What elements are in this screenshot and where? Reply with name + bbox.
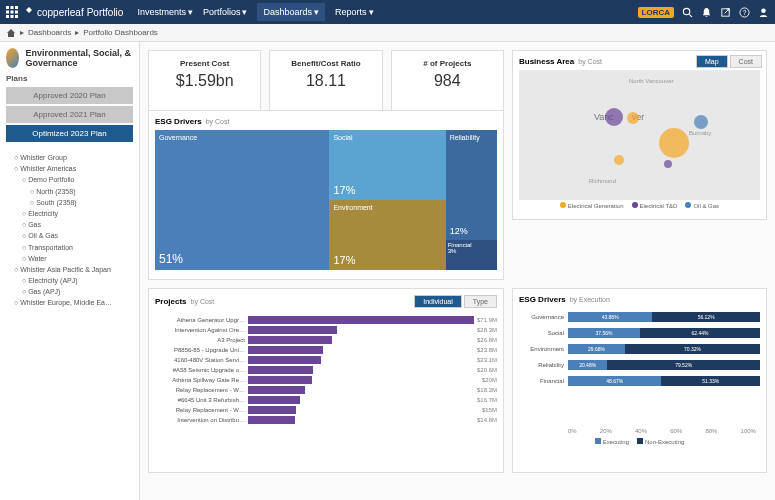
- plan-button[interactable]: Optimized 2023 Plan: [6, 125, 133, 142]
- bell-icon[interactable]: [701, 7, 712, 18]
- bar-row[interactable]: A3 Project$26.8M: [155, 336, 497, 344]
- tree-item[interactable]: ○ South (2358): [6, 197, 133, 208]
- nav-portfolios[interactable]: Portfolios ▾: [203, 3, 248, 21]
- tree-item[interactable]: ○ Whistler Europe, Middle Ea…: [6, 297, 133, 308]
- plan-list: Approved 2020 PlanApproved 2021 PlanOpti…: [6, 87, 133, 144]
- search-icon[interactable]: [682, 7, 693, 18]
- tree-item[interactable]: ○ Gas (APJ): [6, 286, 133, 297]
- map-button[interactable]: Map: [696, 55, 728, 68]
- projects-panel: Projects by Cost Individual Type Athena …: [148, 288, 504, 473]
- stacked-bar-row[interactable]: Reliability20.48%79.52%: [519, 360, 760, 370]
- cost-button[interactable]: Cost: [730, 55, 762, 68]
- dashboard-title: Environmental, Social, & Governance: [25, 48, 133, 68]
- stacked-bar-row[interactable]: Financial48.67%51.33%: [519, 376, 760, 386]
- external-link-icon[interactable]: [720, 7, 731, 18]
- breadcrumb-item[interactable]: Dashboards: [28, 28, 71, 37]
- svg-rect-0: [6, 6, 9, 9]
- type-button[interactable]: Type: [464, 295, 497, 308]
- kpi-value: 18.11: [278, 72, 373, 90]
- treemap-cell-financial[interactable]: Financial3%: [446, 240, 497, 270]
- panel-subtitle: by Cost: [578, 58, 602, 65]
- tree-item[interactable]: ○ Demo Portfolio: [6, 174, 133, 185]
- tree-item[interactable]: ○ Whistler Asia Pacific & Japan: [6, 264, 133, 275]
- tree-item[interactable]: ○ Water: [6, 253, 133, 264]
- svg-rect-4: [11, 11, 14, 14]
- stacked-bar-row[interactable]: Social37.56%62.44%: [519, 328, 760, 338]
- bar-row[interactable]: 4160-480V Station Servi…$23.1M: [155, 356, 497, 364]
- tree-item[interactable]: ○ Oil & Gas: [6, 230, 133, 241]
- map-legend: Electrical GenerationElectrical T&DOil &…: [519, 202, 760, 209]
- nav-reports[interactable]: Reports ▾: [335, 3, 374, 21]
- treemap-cell-social[interactable]: Social17%: [329, 130, 445, 200]
- treemap-cell-environment[interactable]: Environment17%: [329, 200, 445, 270]
- stacked-bar-row[interactable]: Governance43.88%56.12%: [519, 312, 760, 322]
- tree-item[interactable]: ○ Gas: [6, 219, 133, 230]
- portfolio-tree: ○ Whistler Group○ Whistler Americas○ Dem…: [6, 152, 133, 309]
- product-text: Portfolio: [87, 7, 124, 18]
- breadcrumb-sep: ▸: [75, 28, 79, 37]
- tree-item[interactable]: ○ North (2358): [6, 186, 133, 197]
- bar-row[interactable]: Athena Spillway Gate Re…$20M: [155, 376, 497, 384]
- map-canvas[interactable]: North Vancouver Vancver Burnaby Richmond: [519, 70, 760, 200]
- panel-title: ESG Drivers: [519, 295, 566, 304]
- kpi-label: Present Cost: [157, 59, 252, 68]
- execution-stacked-chart[interactable]: Governance43.88%56.12%Social37.56%62.44%…: [519, 308, 760, 428]
- map-bubble[interactable]: [694, 115, 708, 129]
- bar-row[interactable]: Intervention on Distribu…$14.8M: [155, 416, 497, 424]
- brand-logo[interactable]: copperleaf Portfolio: [24, 7, 123, 18]
- kpi-label: Benefit/Cost Ratio: [278, 59, 373, 68]
- tree-item[interactable]: ○ Whistler Group: [6, 152, 133, 163]
- map-bubble[interactable]: [627, 112, 639, 124]
- tree-item[interactable]: ○ Electricity: [6, 208, 133, 219]
- breadcrumb-item[interactable]: Portfolio Dashboards: [83, 28, 158, 37]
- bar-row[interactable]: #A58 Seismic Upgrade o…$20.6M: [155, 366, 497, 374]
- esg-drivers-cost-panel: ESG Drivers by Cost Governance51% Social…: [148, 110, 504, 280]
- breadcrumb-sep: ▸: [20, 28, 24, 37]
- map-bubble[interactable]: [605, 108, 623, 126]
- svg-rect-6: [6, 15, 9, 18]
- panel-title: Projects: [155, 297, 187, 306]
- chevron-down-icon: ▾: [369, 7, 374, 17]
- treemap-cell-reliability[interactable]: Reliability12%: [446, 130, 497, 240]
- apps-grid-icon[interactable]: [6, 6, 18, 18]
- panel-subtitle: by Cost: [206, 118, 230, 125]
- tree-item[interactable]: ○ Electricity (APJ): [6, 275, 133, 286]
- treemap-cell-governance[interactable]: Governance51%: [155, 130, 329, 270]
- plan-button[interactable]: Approved 2021 Plan: [6, 106, 133, 123]
- tree-item[interactable]: ○ Transportation: [6, 242, 133, 253]
- bar-row[interactable]: Intervention Against Ore…$28.3M: [155, 326, 497, 334]
- svg-rect-1: [11, 6, 14, 9]
- bar-row[interactable]: P8856-85 - Upgrade Uni…$23.8M: [155, 346, 497, 354]
- x-axis: 0%20%40%60%80%100%: [519, 428, 760, 434]
- svg-rect-8: [15, 15, 18, 18]
- home-icon[interactable]: [6, 28, 16, 38]
- esg-drivers-execution-panel: ESG Drivers by Execution Governance43.88…: [512, 288, 767, 473]
- svg-rect-2: [15, 6, 18, 9]
- svg-rect-7: [11, 15, 14, 18]
- nav-dashboards[interactable]: Dashboards ▾: [257, 3, 325, 21]
- treemap-chart[interactable]: Governance51% Social17% Environment17% R…: [155, 130, 497, 270]
- breadcrumb: ▸ Dashboards ▸ Portfolio Dashboards: [0, 24, 775, 42]
- map-bubble[interactable]: [614, 155, 624, 165]
- bar-row[interactable]: Relay Replacement - W…$18.2M: [155, 386, 497, 394]
- bar-row[interactable]: Relay Replacement - W…$15M: [155, 406, 497, 414]
- chevron-down-icon: ▾: [188, 7, 193, 17]
- user-icon[interactable]: [758, 7, 769, 18]
- panel-subtitle: by Execution: [570, 296, 610, 303]
- panel-subtitle: by Cost: [191, 298, 215, 305]
- bar-row[interactable]: Athena Generator Upgr…$71.9M: [155, 316, 497, 324]
- sidebar: Environmental, Social, & Governance Plan…: [0, 42, 140, 500]
- map-bubble[interactable]: [664, 160, 672, 168]
- stacked-bar-row[interactable]: Environment29.68%70.32%: [519, 344, 760, 354]
- business-area-panel: Business Area by Cost Map Cost North Van…: [512, 50, 767, 220]
- panel-title: Business Area: [519, 57, 574, 66]
- individual-button[interactable]: Individual: [414, 295, 462, 308]
- projects-bar-chart[interactable]: Athena Generator Upgr…$71.9MIntervention…: [155, 312, 497, 462]
- nav-investments[interactable]: Investments ▾: [137, 3, 193, 21]
- tree-item[interactable]: ○ Whistler Americas: [6, 163, 133, 174]
- bar-row[interactable]: #6645 Unit 3 Refurbish…$16.7M: [155, 396, 497, 404]
- map-bubble[interactable]: [659, 128, 689, 158]
- user-badge[interactable]: LORCA: [638, 7, 674, 18]
- plan-button[interactable]: Approved 2020 Plan: [6, 87, 133, 104]
- help-icon[interactable]: ?: [739, 7, 750, 18]
